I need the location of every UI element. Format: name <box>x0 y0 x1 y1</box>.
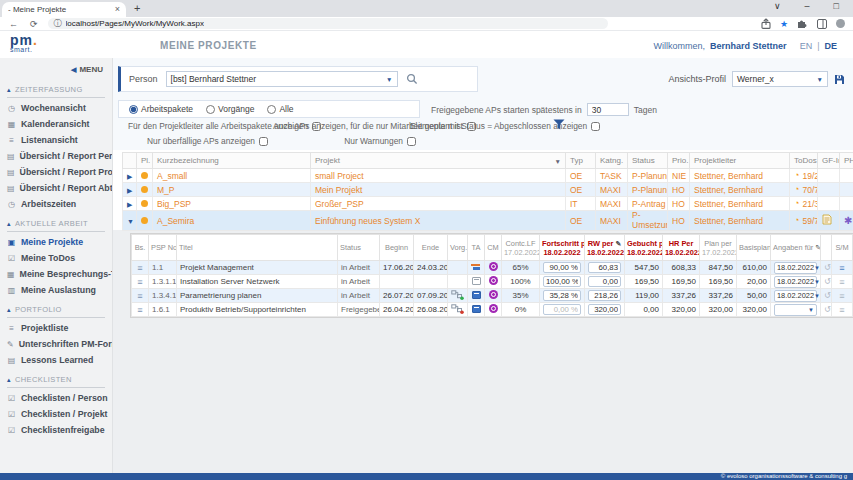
radio-vorgaenge[interactable]: Vorgänge <box>206 104 254 114</box>
cm-status-icon[interactable] <box>489 276 498 285</box>
profile-select[interactable]: Werner_x ▼ <box>732 71 828 87</box>
fortschritt-input[interactable] <box>543 304 581 315</box>
calendar-icon[interactable] <box>472 277 481 285</box>
bookmark-star-icon[interactable]: ★ <box>780 19 788 29</box>
col-projektleiter[interactable]: Projektleiter <box>690 153 790 169</box>
cm-status-icon[interactable] <box>489 262 498 271</box>
sidebar-item-checklistenfreigabe[interactable]: ☑Checklistenfreigabe <box>0 422 112 438</box>
col-kurzbezeichnung[interactable]: Kurzbezeichnung <box>153 153 311 169</box>
browser-tab[interactable]: - Meine Projekte × <box>2 2 126 17</box>
filter-funnel-icon[interactable] <box>553 119 565 130</box>
sidebar-item-arbeitszeiten[interactable]: ◷Arbeitszeiten <box>0 196 112 212</box>
new-tab-button[interactable]: + <box>134 2 140 14</box>
checkbox-overdue[interactable]: Nur überfällige APs anzeigen <box>128 135 268 147</box>
sidebar-item-kalenderansicht[interactable]: ▦Kalenderansicht <box>0 116 112 132</box>
col-katng[interactable]: Katng. <box>596 153 628 169</box>
welcome-username[interactable]: Bernhard Stettner <box>710 41 787 51</box>
sidebar-item-report-abteilung[interactable]: ▤Übersicht / Report Abteilung <box>0 180 112 196</box>
radio-alle[interactable]: Alle <box>267 104 293 114</box>
gf-info-document-icon[interactable] <box>822 214 832 225</box>
cm-status-icon[interactable] <box>489 304 498 313</box>
notes-icon[interactable]: ≡ <box>839 263 844 273</box>
angaben-date-select[interactable]: 18.02.2022▼ <box>774 262 817 274</box>
restwert-input[interactable] <box>588 276 621 287</box>
pencil-icon[interactable]: ✎ <box>615 240 621 247</box>
checkbox-mitarbeit[interactable]: Auch APs anzeigen, für die nur Mitarbeit… <box>273 120 416 132</box>
expand-icon[interactable]: ▶ <box>127 201 132 208</box>
fortschritt-input[interactable] <box>543 290 581 301</box>
split-screen-icon[interactable] <box>817 19 827 29</box>
history-icon[interactable]: ↺ <box>824 291 831 300</box>
search-icon[interactable] <box>406 73 418 85</box>
cm-status-icon[interactable] <box>489 290 498 299</box>
person-select[interactable]: [bst] Bernhard Stettner ▼ <box>166 71 398 87</box>
booking-icon[interactable]: ≡ <box>137 277 142 287</box>
col-ph[interactable]: PH <box>840 153 853 169</box>
sidebar-item-lessons-learned[interactable]: ▤Lessons Learned <box>0 352 112 368</box>
section-portfolio[interactable]: ▴ PORTFOLIO <box>7 305 105 318</box>
sidebar-item-meine-auslastung[interactable]: ▥Meine Auslastung <box>0 282 112 298</box>
sidebar-item-checklisten-person[interactable]: ☑Checklisten / Person <box>0 390 112 406</box>
browser-profile-avatar[interactable] <box>836 19 845 28</box>
sidebar-item-meine-todos[interactable]: ☑Meine ToDos <box>0 250 112 266</box>
lang-en-link[interactable]: EN <box>800 41 813 51</box>
sidebar-item-report-personen[interactable]: ▤Übersicht / Report Personen <box>0 148 112 164</box>
page-info-icon[interactable]: ⓘ <box>54 18 62 29</box>
reload-icon[interactable]: ⟳ <box>30 19 38 29</box>
booking-icon[interactable]: ≡ <box>137 291 142 301</box>
sidebar-item-checklisten-projekt[interactable]: ☑Checklisten / Projekt <box>0 406 112 422</box>
expand-icon[interactable]: ▶ <box>127 173 132 180</box>
history-icon[interactable]: ↺ <box>824 277 831 286</box>
menu-collapse-button[interactable]: ◀MENU <box>0 58 112 78</box>
released-days-input[interactable] <box>587 103 629 116</box>
window-minimize-icon[interactable]: – <box>805 1 810 11</box>
window-maximize-icon[interactable]: □ <box>834 1 839 11</box>
sidebar-item-projektliste[interactable]: ≡Projektliste <box>0 320 112 336</box>
sidebar-item-unterschriften[interactable]: ✎Unterschriften PM-Formulare <box>0 336 112 352</box>
back-icon[interactable]: ← <box>9 19 18 29</box>
sidebar-item-meine-projekte[interactable]: ▣Meine Projekte <box>0 234 112 250</box>
col-status[interactable]: Status <box>628 153 668 169</box>
fortschritt-input[interactable] <box>543 276 581 287</box>
sidebar-item-wochenansicht[interactable]: ◷Wochenansicht <box>0 100 112 116</box>
calendar-icon[interactable] <box>472 291 481 299</box>
checkbox-warnings[interactable]: Nur Warnungen <box>273 135 416 147</box>
restwert-input[interactable] <box>588 290 621 301</box>
col-todos[interactable]: ToDos <box>790 153 818 169</box>
notes-icon[interactable]: ≡ <box>839 277 844 287</box>
section-zeiterfassung[interactable]: ▴ ZEITERFASSUNG <box>7 85 105 98</box>
url-field[interactable]: ⓘ localhost/Pages/MyWork/MyWork.aspx <box>48 18 608 29</box>
angaben-date-select[interactable]: 18.02.2022▼ <box>774 290 817 302</box>
pm-smart-logo[interactable]: pm. smart. <box>10 33 38 53</box>
angaben-date-select[interactable]: 18.02.2022▼ <box>774 276 817 288</box>
sidebar-item-besprechungs-termine[interactable]: ▦Meine Besprechungs-Termine <box>0 266 112 282</box>
col-prio[interactable]: Prio. <box>668 153 690 169</box>
restwert-input[interactable] <box>588 304 621 315</box>
sidebar-item-report-projekte[interactable]: ▤Übersicht / Report Projekte <box>0 164 112 180</box>
notes-icon[interactable]: ≡ <box>839 291 844 301</box>
section-aktuelle-arbeit[interactable]: ▴ AKTUELLE ARBEIT <box>7 219 105 232</box>
fortschritt-input[interactable] <box>543 262 581 273</box>
notes-icon[interactable]: ≡ <box>839 305 844 315</box>
restwert-input[interactable] <box>588 262 621 273</box>
angaben-date-select[interactable]: ▼ <box>774 304 817 316</box>
extensions-puzzle-icon[interactable] <box>797 18 808 29</box>
pencil-icon[interactable]: ✎ <box>815 244 820 251</box>
window-menu-icon[interactable]: ∨ <box>774 1 781 11</box>
share-icon[interactable] <box>761 18 771 29</box>
section-checklisten[interactable]: ▴ CHECKLISTEN <box>7 375 105 388</box>
booking-icon[interactable]: ≡ <box>137 263 142 273</box>
gantt-bar-icon[interactable] <box>471 263 481 271</box>
col-typ[interactable]: Typ <box>566 153 596 169</box>
checkbox-abgeschlossen[interactable]: Elemente mit Status = Abgeschlossen anze… <box>410 120 547 132</box>
predecessor-link-warn-icon[interactable] <box>451 304 464 314</box>
save-icon[interactable] <box>834 74 845 85</box>
history-icon[interactable]: ↺ <box>824 305 831 314</box>
sidebar-item-listenansicht[interactable]: ≡Listenansicht <box>0 132 112 148</box>
booking-icon[interactable]: ≡ <box>137 305 142 315</box>
expand-icon[interactable]: ▶ <box>127 187 132 194</box>
ph-flower-icon[interactable]: ✱ <box>844 215 852 226</box>
col-projekt[interactable]: Projekt▼ <box>311 153 566 169</box>
history-icon[interactable]: ↺ <box>824 263 831 272</box>
lang-de-link[interactable]: DE <box>824 41 837 51</box>
